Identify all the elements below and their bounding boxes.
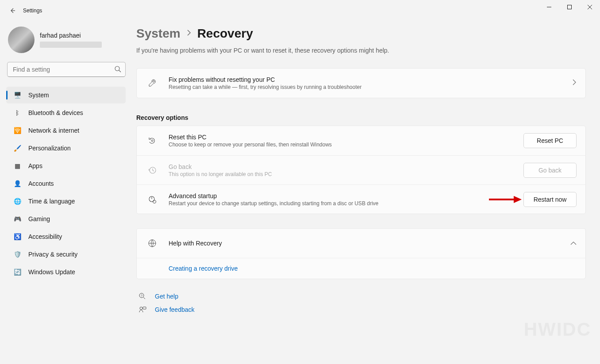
breadcrumb-root[interactable]: System xyxy=(136,27,181,41)
minimize-button[interactable] xyxy=(539,0,559,14)
close-button[interactable] xyxy=(580,0,600,14)
maximize-button[interactable] xyxy=(559,0,580,14)
footer-links: ? Get help Give feedback xyxy=(136,292,586,314)
sidebar-item-time-language[interactable]: 🌐Time & language xyxy=(6,193,126,210)
profile-name: farhad pashaei xyxy=(40,32,102,39)
window-title: Settings xyxy=(23,8,42,14)
window-controls xyxy=(539,0,600,14)
svg-text:?: ? xyxy=(141,294,142,297)
recovery-drive-link[interactable]: Creating a recovery drive xyxy=(169,265,238,272)
sidebar-item-privacy-security[interactable]: 🛡️Privacy & security xyxy=(6,246,126,263)
give-feedback-link[interactable]: Give feedback xyxy=(155,306,195,313)
search-input[interactable] xyxy=(7,62,126,77)
power-gear-icon xyxy=(146,195,159,204)
watermark: HWIDC xyxy=(524,319,591,340)
get-help-link[interactable]: Get help xyxy=(155,293,178,300)
feedback-icon xyxy=(138,306,147,314)
nav-list: 🖥️SystemᛒBluetooth & devices🛜Network & i… xyxy=(0,86,126,281)
time-language-icon: 🌐 xyxy=(13,197,21,205)
advanced-startup-row: Advanced startup Restart your device to … xyxy=(137,184,585,214)
sidebar-item-windows-update[interactable]: 🔄Windows Update xyxy=(6,264,126,280)
sidebar-item-label: System xyxy=(28,92,49,99)
get-help-icon: ? xyxy=(138,292,147,300)
network-icon: 🛜 xyxy=(13,126,21,134)
profile-email-redacted xyxy=(40,42,102,48)
goback-desc: This option is no longer available on th… xyxy=(169,171,518,177)
go-back-row: Go back This option is no longer availab… xyxy=(137,155,585,184)
personalization-icon: 🖌️ xyxy=(13,144,21,152)
sidebar: farhad pashaei 🖥️SystemᛒBluetooth & devi… xyxy=(0,21,133,364)
sidebar-item-bluetooth-devices[interactable]: ᛒBluetooth & devices xyxy=(6,104,126,121)
chevron-up-icon xyxy=(570,239,577,247)
sidebar-item-label: Apps xyxy=(28,162,42,169)
chevron-right-icon xyxy=(187,30,191,38)
privacy-icon: 🛡️ xyxy=(13,250,21,258)
fix-problems-card[interactable]: Fix problems without resetting your PC R… xyxy=(136,68,586,98)
breadcrumb-current: Recovery xyxy=(197,27,253,41)
close-icon xyxy=(588,5,592,9)
main-content: System Recovery If you're having problem… xyxy=(133,21,600,364)
annotation-arrow xyxy=(489,195,522,203)
chevron-right-icon xyxy=(572,79,577,87)
arrow-left-icon xyxy=(9,7,16,14)
sidebar-item-accounts[interactable]: 👤Accounts xyxy=(6,175,126,192)
fix-desc: Resetting can take a while — first, try … xyxy=(169,84,572,90)
sidebar-item-network-internet[interactable]: 🛜Network & internet xyxy=(6,122,126,139)
reset-pc-button[interactable]: Reset PC xyxy=(523,133,577,148)
sidebar-item-accessibility[interactable]: ♿Accessibility xyxy=(6,228,126,245)
accessibility-icon: ♿ xyxy=(13,233,21,241)
sidebar-item-label: Network & internet xyxy=(28,127,79,134)
reset-desc: Choose to keep or remove your personal f… xyxy=(169,142,518,148)
help-link-row: Creating a recovery drive xyxy=(137,258,585,279)
apps-icon: ▦ xyxy=(13,162,21,170)
advanced-desc: Restart your device to change startup se… xyxy=(169,200,484,207)
back-button[interactable] xyxy=(4,2,21,19)
sidebar-item-label: Windows Update xyxy=(28,268,75,276)
history-icon xyxy=(146,166,159,175)
minimize-icon xyxy=(547,5,551,9)
system-icon: 🖥️ xyxy=(13,91,21,99)
wrench-icon xyxy=(146,79,159,88)
goback-title: Go back xyxy=(169,163,518,170)
sidebar-item-label: Accounts xyxy=(28,180,54,187)
sidebar-item-label: Time & language xyxy=(28,198,75,205)
reset-pc-row: Reset this PC Choose to keep or remove y… xyxy=(137,126,585,155)
help-title: Help with Recovery xyxy=(169,240,570,247)
sidebar-item-label: Bluetooth & devices xyxy=(28,109,83,116)
titlebar: Settings xyxy=(0,0,600,21)
restart-now-button[interactable]: Restart now xyxy=(523,192,577,207)
sidebar-item-label: Personalization xyxy=(28,145,71,152)
svg-marker-7 xyxy=(514,196,522,203)
sidebar-item-personalization[interactable]: 🖌️Personalization xyxy=(6,140,126,157)
reset-icon xyxy=(146,136,159,145)
search-icon[interactable] xyxy=(114,65,121,74)
svg-rect-0 xyxy=(568,5,572,9)
reset-title: Reset this PC xyxy=(169,134,518,141)
maximize-icon xyxy=(567,5,572,9)
help-section: Help with Recovery Creating a recovery d… xyxy=(136,228,586,279)
update-icon: 🔄 xyxy=(13,268,21,276)
breadcrumb: System Recovery xyxy=(136,27,586,41)
recovery-options-group: Reset this PC Choose to keep or remove y… xyxy=(136,126,586,214)
advanced-title: Advanced startup xyxy=(169,192,484,199)
search-box xyxy=(7,62,126,77)
page-subtitle: If you're having problems with your PC o… xyxy=(136,47,586,54)
recovery-options-label: Recovery options xyxy=(136,114,586,121)
accounts-icon: 👤 xyxy=(13,180,21,188)
sidebar-item-gaming[interactable]: 🎮Gaming xyxy=(6,211,126,227)
gaming-icon: 🎮 xyxy=(13,215,21,223)
sidebar-item-apps[interactable]: ▦Apps xyxy=(6,157,126,174)
sidebar-item-label: Gaming xyxy=(28,215,50,222)
bluetooth-icon: ᛒ xyxy=(13,109,21,117)
svg-point-11 xyxy=(140,307,142,310)
globe-help-icon xyxy=(146,239,159,248)
go-back-button: Go back xyxy=(523,163,577,178)
fix-title: Fix problems without resetting your PC xyxy=(169,76,572,83)
help-header[interactable]: Help with Recovery xyxy=(137,229,585,258)
profile[interactable]: farhad pashaei xyxy=(0,21,126,62)
sidebar-item-system[interactable]: 🖥️System xyxy=(6,87,126,103)
svg-rect-12 xyxy=(143,307,146,309)
svg-point-2 xyxy=(151,140,153,142)
sidebar-item-label: Accessibility xyxy=(28,233,62,240)
svg-point-1 xyxy=(115,66,119,71)
